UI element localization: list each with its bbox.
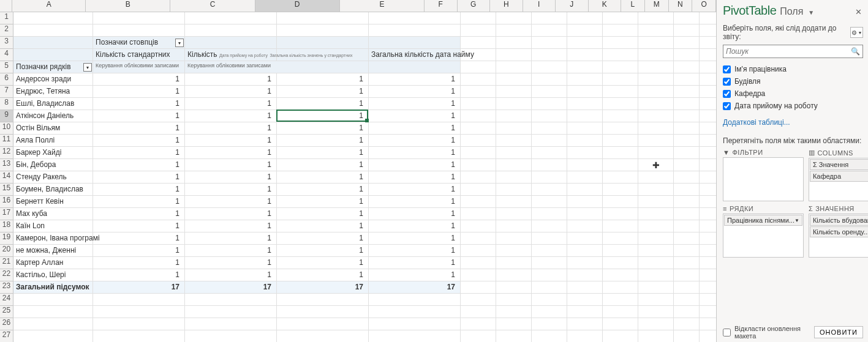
filters-area[interactable]: ▼ ФІЛЬТРИ	[723, 149, 804, 201]
empty-cell[interactable]	[700, 245, 716, 257]
empty-cell[interactable]	[461, 86, 496, 98]
col-header-O[interactable]: O	[692, 0, 716, 12]
empty-cell[interactable]	[700, 110, 716, 122]
empty-cell[interactable]	[277, 330, 369, 342]
empty-cell[interactable]	[461, 184, 496, 196]
col-header-I[interactable]: I	[523, 0, 556, 12]
field-search-box[interactable]: 🔍	[723, 45, 863, 58]
empty-cell[interactable]	[674, 184, 700, 196]
area-field-chip[interactable]: Кафедра▼	[810, 171, 868, 182]
empty-cell[interactable]	[638, 61, 674, 73]
data-cell[interactable]: 1	[93, 171, 185, 184]
empty-cell[interactable]	[567, 98, 603, 110]
grand-total-value[interactable]: 17	[93, 281, 185, 294]
empty-cell[interactable]	[674, 171, 700, 184]
data-cell[interactable]: 1	[93, 245, 185, 257]
empty-cell[interactable]	[700, 73, 716, 86]
data-cell[interactable]: 1	[369, 73, 461, 86]
row-label[interactable]: не можна, Дженні	[13, 245, 93, 257]
empty-cell[interactable]	[532, 122, 567, 135]
empty-cell[interactable]	[461, 330, 496, 342]
value-header-4[interactable]: Загальна кількість дата найму	[369, 49, 461, 61]
empty-cell[interactable]	[496, 73, 532, 86]
empty-cell[interactable]	[638, 147, 674, 159]
empty-cell[interactable]	[532, 24, 567, 37]
row-header-22[interactable]: 22	[0, 269, 13, 281]
empty-cell[interactable]	[532, 184, 567, 196]
data-cell[interactable]: 1	[277, 98, 369, 110]
empty-cell[interactable]	[496, 171, 532, 184]
field-checkbox[interactable]	[723, 102, 731, 110]
data-cell[interactable]: 1	[277, 147, 369, 159]
empty-cell[interactable]	[567, 86, 603, 98]
row-label[interactable]: Каїн Lon	[13, 220, 93, 232]
empty-cell[interactable]	[700, 208, 716, 220]
empty-cell[interactable]	[461, 196, 496, 208]
empty-cell[interactable]	[603, 318, 638, 330]
empty-cell[interactable]	[532, 73, 567, 86]
empty-cell[interactable]	[532, 98, 567, 110]
row-header-24[interactable]: 24	[0, 294, 13, 306]
empty-cell[interactable]	[496, 86, 532, 98]
empty-cell[interactable]	[496, 196, 532, 208]
empty-cell[interactable]	[638, 196, 674, 208]
empty-cell[interactable]	[603, 232, 638, 245]
empty-cell[interactable]	[603, 147, 638, 159]
rows-area[interactable]: ≡ РЯДКИ Працівника піснями...▼	[723, 205, 804, 258]
empty-cell[interactable]	[638, 257, 674, 269]
empty-cell[interactable]	[461, 269, 496, 281]
empty-cell[interactable]	[532, 12, 567, 24]
empty-cell[interactable]	[674, 135, 700, 147]
data-cell[interactable]: 1	[185, 147, 277, 159]
data-cell[interactable]: 1	[369, 196, 461, 208]
row-header-19[interactable]: 19	[0, 232, 13, 245]
empty-cell[interactable]	[461, 245, 496, 257]
empty-cell[interactable]	[496, 12, 532, 24]
empty-cell[interactable]	[567, 245, 603, 257]
empty-cell[interactable]	[700, 98, 716, 110]
empty-cell[interactable]	[13, 306, 93, 318]
col-header-E[interactable]: E	[340, 0, 425, 12]
col-header-C[interactable]: C	[170, 0, 255, 12]
data-cell[interactable]: 1	[185, 257, 277, 269]
empty-cell[interactable]	[567, 12, 603, 24]
empty-cell[interactable]	[496, 135, 532, 147]
row-label[interactable]: Бернетт Кевін	[13, 196, 93, 208]
empty-cell[interactable]	[532, 294, 567, 306]
col-header-G[interactable]: G	[458, 0, 491, 12]
empty-cell[interactable]	[532, 159, 567, 171]
cells-container[interactable]: Позначки стовпців▾Кількість стандартнихК…	[13, 12, 716, 342]
row-header-7[interactable]: 7	[0, 86, 13, 98]
empty-cell[interactable]	[532, 232, 567, 245]
empty-cell[interactable]	[603, 184, 638, 196]
data-cell[interactable]: 1	[185, 98, 277, 110]
data-cell[interactable]: 1	[277, 171, 369, 184]
data-cell[interactable]: 1	[93, 220, 185, 232]
empty-cell[interactable]	[532, 147, 567, 159]
empty-cell[interactable]	[496, 257, 532, 269]
empty-cell[interactable]	[532, 37, 567, 49]
row-label[interactable]: Баркер Хайді	[13, 147, 93, 159]
empty-cell[interactable]	[567, 122, 603, 135]
columns-dropzone[interactable]: Σ Значення▼Кафедра▼	[809, 158, 868, 201]
data-cell[interactable]: 1	[93, 147, 185, 159]
field-item[interactable]: Будівля	[723, 75, 863, 87]
data-cell[interactable]: 1	[185, 135, 277, 147]
empty-cell[interactable]	[567, 135, 603, 147]
empty-cell[interactable]	[567, 147, 603, 159]
grand-total-value[interactable]: 17	[277, 281, 369, 294]
empty-cell[interactable]	[674, 98, 700, 110]
empty-cell[interactable]	[13, 12, 93, 24]
empty-cell[interactable]	[674, 196, 700, 208]
empty-cell[interactable]	[496, 245, 532, 257]
empty-cell[interactable]	[496, 110, 532, 122]
empty-cell[interactable]	[567, 24, 603, 37]
more-tables-link[interactable]: Додаткові таблиці...	[723, 118, 863, 127]
empty-cell[interactable]	[567, 208, 603, 220]
row-header-3[interactable]: 3	[0, 37, 13, 49]
data-cell[interactable]: 1	[369, 184, 461, 196]
empty-cell[interactable]	[638, 98, 674, 110]
empty-cell[interactable]	[700, 86, 716, 98]
field-options-button[interactable]: ⚙ ▼	[850, 27, 863, 38]
empty-cell[interactable]	[567, 306, 603, 318]
